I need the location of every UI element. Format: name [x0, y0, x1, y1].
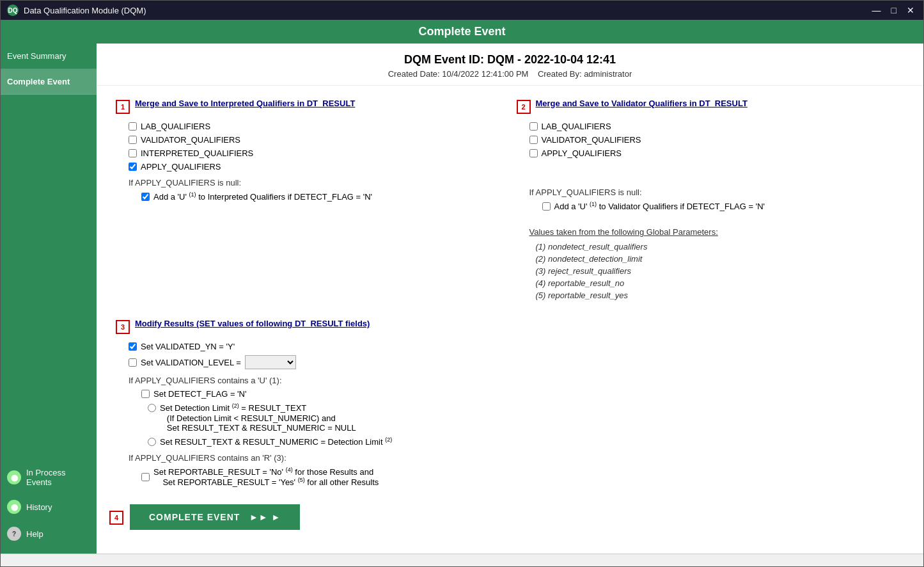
s2-null-checkbox[interactable] [542, 202, 551, 211]
sidebar-item-complete-event[interactable]: Complete Event [1, 69, 97, 95]
s3-radio2[interactable] [148, 438, 156, 446]
minimize-button[interactable]: — [870, 5, 884, 15]
s3-level-checkbox[interactable] [129, 358, 137, 367]
s1-val-checkbox[interactable] [129, 136, 137, 144]
s1-int-label: INTERPRETED_QUALIFIERS [141, 148, 253, 158]
s3-reportable-label: Set REPORTABLE_RESULT = 'No' (4) for tho… [153, 467, 379, 488]
s2-lab-row: LAB_QUALIFIERS [529, 122, 905, 131]
sidebar-nav-in-process-events[interactable]: ⬤ In Process Events [1, 461, 97, 493]
section1-header: 1 Merge and Save to Interpreted Qualifie… [116, 99, 504, 114]
section2-title: Merge and Save to Validator Qualifiers i… [536, 99, 748, 108]
section3-header: 3 Modify Results (SET values of followin… [116, 319, 904, 334]
s2-null-label: Add a 'U' (1) to Validator Qualifiers if… [554, 201, 765, 211]
sidebar-nav-history-label: History [26, 502, 52, 512]
global-param-1: (1) nondetect_result_qualifiers [536, 242, 905, 252]
s3-radio1-label: Set Detection Limit (2) = RESULT_TEXT (I… [160, 403, 356, 432]
event-header: DQM Event ID: DQM - 2022-10-04 12:41 Cre… [97, 44, 923, 86]
step4-badge: 4 [109, 511, 123, 525]
s2-null-row: Add a 'U' (1) to Validator Qualifiers if… [542, 201, 905, 211]
sidebar: Event Summary Complete Event ⬤ In Proces… [1, 44, 97, 554]
s1-lab-row: LAB_QUALIFIERS [129, 122, 504, 131]
section1-title: Merge and Save to Interpreted Qualifiers… [135, 99, 355, 108]
s2-app-row: APPLY_QUALIFIERS [529, 148, 905, 158]
created-date: Created Date: 10/4/2022 12:41:00 PM [388, 69, 529, 79]
s3-radio1-row: Set Detection Limit (2) = RESULT_TEXT (I… [148, 403, 904, 432]
main-window: DQ Data Qualification Module (DQM) — □ ✕… [0, 0, 924, 567]
window-title: Data Qualification Module (DQM) [24, 6, 146, 15]
complete-event-label: COMPLETE EVENT ►► ► [149, 512, 281, 522]
s1-app-row: APPLY_QUALIFIERS [129, 162, 504, 172]
s1-int-row: INTERPRETED_QUALIFIERS [129, 148, 504, 158]
s3-detect-flag-row: Set DETECT_FLAG = 'N' [141, 389, 904, 399]
sidebar-top: Event Summary Complete Event [1, 44, 97, 461]
s1-condition-text: If APPLY_QUALIFIERS is null: [129, 178, 504, 188]
global-params-title: Values taken from the following Global P… [529, 227, 905, 237]
section2-header: 2 Merge and Save to Validator Qualifiers… [517, 99, 905, 114]
s3-level-label: Set VALIDATION_LEVEL = [141, 358, 241, 367]
created-by: Created By: administrator [538, 69, 632, 79]
s3-radio2-row: Set RESULT_TEXT & RESULT_NUMERIC = Detec… [148, 436, 904, 447]
s3-validated-row: Set VALIDATED_YN = 'Y' [129, 342, 904, 351]
s2-lab-checkbox[interactable] [529, 122, 538, 131]
s1-null-label: Add a 'U' (1) to Interpreted Qualifiers … [153, 191, 372, 202]
global-param-5: (5) reportable_result_yes [536, 291, 905, 300]
step1-badge: 1 [116, 100, 130, 114]
section4: 4 COMPLETE EVENT ►► ► [97, 495, 923, 539]
complete-event-button[interactable]: COMPLETE EVENT ►► ► [130, 504, 300, 530]
s3-level-row: Set VALIDATION_LEVEL = [129, 355, 904, 369]
s1-lab-checkbox[interactable] [129, 122, 137, 131]
s3-radio1[interactable] [148, 404, 156, 412]
page-title: Complete Event [418, 25, 505, 38]
s3-detect-flag-label: Set DETECT_FLAG = 'N' [153, 389, 246, 399]
app-body: Event Summary Complete Event ⬤ In Proces… [1, 44, 923, 554]
s1-app-checkbox[interactable] [129, 163, 137, 171]
s2-app-checkbox[interactable] [529, 149, 538, 157]
s1-app-label: APPLY_QUALIFIERS [141, 162, 221, 172]
sidebar-nav-in-process-label: In Process Events [26, 468, 90, 487]
section1: 1 Merge and Save to Interpreted Qualifie… [109, 92, 510, 309]
status-bar [1, 554, 923, 566]
title-bar: DQ Data Qualification Module (DQM) — □ ✕ [1, 1, 923, 20]
s3-validated-checkbox[interactable] [129, 342, 137, 351]
sidebar-bottom: ⬤ In Process Events ⬤ History ? Help [1, 461, 97, 554]
s3-reportable-row: Set REPORTABLE_RESULT = 'No' (4) for tho… [141, 467, 904, 488]
step2-badge: 2 [517, 100, 531, 114]
step3-badge: 3 [116, 320, 130, 334]
title-bar-left: DQ Data Qualification Module (DQM) [7, 4, 146, 16]
s1-null-row: Add a 'U' (1) to Interpreted Qualifiers … [141, 191, 504, 202]
sidebar-nav-history[interactable]: ⬤ History [1, 493, 97, 520]
s2-val-row: VALIDATOR_QUALIFIERS [529, 135, 905, 145]
page-header: Complete Event [1, 20, 923, 44]
s3-reportable-checkbox[interactable] [141, 473, 150, 481]
s2-val-checkbox[interactable] [529, 136, 538, 144]
global-param-2: (2) nondetect_detection_limit [536, 254, 905, 264]
sidebar-nav-help[interactable]: ? Help [1, 520, 97, 547]
sidebar-item-event-summary-label: Event Summary [7, 51, 66, 61]
s1-int-checkbox[interactable] [129, 149, 137, 157]
sidebar-nav-help-label: Help [26, 529, 43, 539]
sidebar-item-complete-event-label: Complete Event [7, 77, 70, 86]
s1-null-checkbox[interactable] [141, 193, 150, 201]
help-icon: ? [7, 527, 21, 541]
s3-validated-label: Set VALIDATED_YN = 'Y' [141, 342, 235, 351]
close-button[interactable]: ✕ [904, 5, 917, 15]
s2-condition-text: If APPLY_QUALIFIERS is null: [529, 188, 905, 197]
event-id: DQM Event ID: DQM - 2022-10-04 12:41 [109, 53, 911, 67]
s2-lab-label: LAB_QUALIFIERS [542, 122, 611, 131]
maximize-button[interactable]: □ [889, 5, 899, 15]
history-icon: ⬤ [7, 500, 21, 514]
global-param-4: (4) reportable_result_no [536, 278, 905, 288]
global-params: Values taken from the following Global P… [517, 227, 905, 300]
sidebar-item-event-summary[interactable]: Event Summary [1, 44, 97, 69]
s3-detect-flag-checkbox[interactable] [141, 390, 150, 398]
s3-condition-u-text: If APPLY_QUALIFIERS contains a 'U' (1): [129, 376, 904, 385]
s1-lab-label: LAB_QUALIFIERS [141, 122, 210, 131]
global-param-3: (3) reject_result_qualifiers [536, 266, 905, 276]
title-bar-controls: — □ ✕ [870, 5, 917, 15]
event-meta: Created Date: 10/4/2022 12:41:00 PM Crea… [109, 69, 911, 79]
section3-title: Modify Results (SET values of following … [135, 319, 370, 328]
s2-app-label: APPLY_QUALIFIERS [542, 148, 622, 158]
validation-level-select[interactable] [245, 355, 296, 369]
s1-val-label: VALIDATOR_QUALIFIERS [141, 135, 240, 145]
main-content: DQM Event ID: DQM - 2022-10-04 12:41 Cre… [97, 44, 923, 554]
